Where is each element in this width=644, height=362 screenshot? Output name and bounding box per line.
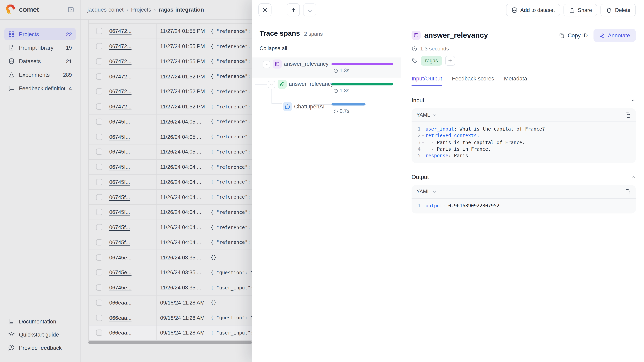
copy-icon[interactable]	[625, 189, 631, 195]
chevron-down-icon[interactable]	[268, 81, 275, 88]
chevron-down-icon[interactable]	[263, 61, 270, 68]
copy-id-button[interactable]: Copy ID	[559, 32, 588, 38]
fold-caret-icon[interactable]: ⌄	[420, 139, 426, 146]
row-checkbox[interactable]	[96, 330, 102, 336]
trace-id-link[interactable]: 06745f...	[109, 118, 130, 125]
sidebar-item[interactable]: Projects 22	[4, 28, 76, 40]
format-select[interactable]: YAML	[416, 189, 436, 195]
row-checkbox[interactable]	[96, 164, 102, 170]
trace-id-link[interactable]: 06745f...	[109, 224, 130, 230]
row-checkbox[interactable]	[96, 28, 102, 34]
row-checkbox[interactable]	[96, 224, 102, 230]
row-checkbox[interactable]	[96, 179, 102, 185]
trace-id-link[interactable]: 06745f...	[109, 209, 130, 215]
table-row[interactable]: 066eaa... 09/18/24 11:28 AM { "question"…	[88, 310, 252, 326]
table-row[interactable]: 066eaa... 09/18/24 11:28 AM {}	[88, 295, 252, 310]
trace-id-link[interactable]: 067472...	[109, 103, 132, 110]
share-button[interactable]: Share	[563, 3, 598, 16]
table-row[interactable]: 06745f... 11/26/24 04:05 ... { "referenc…	[88, 144, 252, 160]
trace-id-link[interactable]: 06745f...	[109, 239, 130, 245]
next-trace-button[interactable]	[303, 3, 316, 16]
add-to-dataset-button[interactable]: Add to dataset	[506, 3, 560, 16]
row-checkbox[interactable]	[96, 118, 102, 125]
row-checkbox[interactable]	[96, 73, 102, 79]
detail-tab[interactable]: Feedback scores	[452, 76, 494, 86]
span-row-chain[interactable]: answer_relevancy 1.3s	[252, 78, 401, 98]
add-tag-button[interactable]	[445, 56, 455, 66]
trace-id-link[interactable]: 067472...	[109, 43, 132, 49]
sidebar-footer-item[interactable]: Provide feedback	[4, 342, 76, 353]
trace-id-link[interactable]: 066eaa...	[109, 315, 132, 321]
trace-id-link[interactable]: 06745e...	[109, 254, 132, 260]
span-row-trace[interactable]: answer_relevancy 1.3s	[252, 57, 401, 78]
span-row-llm[interactable]: ChatOpenAI 0.7s	[252, 98, 401, 118]
table-row[interactable]: 06745f... 11/26/24 04:04 ... { "referenc…	[88, 205, 252, 220]
trace-id-link[interactable]: 066eaa...	[109, 300, 132, 306]
table-row[interactable]: 066eaa... 09/18/24 11:28 AM { "user_inpu…	[88, 326, 252, 341]
trace-id-link[interactable]: 066eaa...	[109, 330, 132, 336]
trace-id-link[interactable]: 067472...	[109, 88, 132, 94]
trace-id-link[interactable]: 067472...	[109, 58, 132, 64]
table-row[interactable]: 06745f... 11/26/24 04:04 ... { "referenc…	[88, 160, 252, 175]
row-checkbox[interactable]	[96, 58, 102, 64]
detail-tab[interactable]: Input/Output	[412, 76, 442, 86]
copy-icon[interactable]	[625, 112, 631, 118]
annotate-button[interactable]: Annotate	[594, 29, 636, 42]
row-checkbox[interactable]	[96, 269, 102, 276]
sidebar-item[interactable]: Prompt library 19	[4, 41, 76, 54]
delete-button[interactable]: Delete	[600, 3, 636, 16]
row-checkbox[interactable]	[96, 103, 102, 110]
row-checkbox[interactable]	[96, 43, 102, 49]
row-checkbox[interactable]	[96, 315, 102, 321]
table-row[interactable]: 067472... 11/27/24 01:55 PM { "reference…	[88, 54, 252, 69]
table-row[interactable]: 067472... 11/27/24 01:52 PM { "reference…	[88, 84, 252, 99]
tag-chip[interactable]: ragas	[421, 56, 442, 66]
row-checkbox[interactable]	[96, 209, 102, 215]
trace-id-link[interactable]: 067472...	[109, 28, 132, 34]
table-row[interactable]: 06745f... 11/26/24 04:05 ... { "referenc…	[88, 129, 252, 144]
table-row[interactable]: 067472... 11/27/24 01:55 PM { "reference…	[88, 24, 252, 39]
table-row[interactable]: 06745f... 11/26/24 04:04 ... { "referenc…	[88, 175, 252, 190]
trace-id-link[interactable]: 06745f...	[109, 194, 130, 200]
row-checkbox[interactable]	[96, 134, 102, 140]
sidebar-item[interactable]: Experiments 289	[4, 68, 76, 81]
sidebar-item[interactable]: Datasets 21	[4, 55, 76, 67]
chevron-up-icon[interactable]	[630, 174, 636, 180]
sidebar-collapse-icon[interactable]	[68, 6, 74, 13]
trace-id-link[interactable]: 06745e...	[109, 269, 132, 276]
table-row[interactable]: 06745f... 11/26/24 04:04 ... { "referenc…	[88, 235, 252, 250]
table-row[interactable]: 06745e... 11/26/24 03:35 ... {}	[88, 250, 252, 265]
table-row[interactable]: 06745f... 11/26/24 04:05 ... { "referenc…	[88, 114, 252, 129]
table-row[interactable]: 067472... 11/27/24 01:55 PM { "reference…	[88, 39, 252, 54]
table-row[interactable]: 067472... 11/27/24 01:52 PM { "reference…	[88, 69, 252, 84]
horizontal-scrollbar[interactable]	[88, 341, 252, 344]
row-checkbox[interactable]	[96, 284, 102, 291]
trace-id-link[interactable]: 067472...	[109, 73, 132, 79]
collapse-all-link[interactable]: Collapse all	[260, 45, 287, 51]
sidebar-item[interactable]: Feedback definitions 4	[4, 82, 76, 94]
breadcrumb-section[interactable]: Projects	[131, 6, 151, 13]
row-checkbox[interactable]	[96, 239, 102, 245]
row-checkbox[interactable]	[96, 254, 102, 260]
prev-trace-button[interactable]	[286, 3, 300, 16]
detail-tab[interactable]: Metadata	[504, 76, 527, 86]
row-checkbox[interactable]	[96, 149, 102, 155]
close-button[interactable]	[258, 3, 271, 16]
row-checkbox[interactable]	[96, 300, 102, 306]
table-row[interactable]: 06745f... 11/26/24 04:04 ... { "referenc…	[88, 220, 252, 235]
trace-id-link[interactable]: 06745e...	[109, 284, 132, 291]
chevron-up-icon[interactable]	[630, 97, 636, 103]
trace-id-link[interactable]: 06745f...	[109, 179, 130, 185]
fold-caret-icon[interactable]: ⌄	[420, 132, 426, 139]
table-row[interactable]: 06745e... 11/26/24 03:35 ... { "question…	[88, 265, 252, 280]
table-row[interactable]: 067472... 11/27/24 01:52 PM { "reference…	[88, 99, 252, 114]
table-row[interactable]: 06745f... 11/26/24 04:04 ... { "referenc…	[88, 190, 252, 205]
trace-id-link[interactable]: 06745f...	[109, 149, 130, 155]
row-checkbox[interactable]	[96, 88, 102, 94]
row-checkbox[interactable]	[96, 194, 102, 200]
table-row[interactable]: 06745e... 11/26/24 03:35 ... { "user_inp…	[88, 280, 252, 295]
trace-id-link[interactable]: 06745f...	[109, 164, 130, 170]
breadcrumb-workspace[interactable]: jacques-comet	[88, 6, 124, 13]
trace-id-link[interactable]: 06745f...	[109, 134, 130, 140]
sidebar-footer-item[interactable]: Quickstart guide	[4, 329, 76, 340]
